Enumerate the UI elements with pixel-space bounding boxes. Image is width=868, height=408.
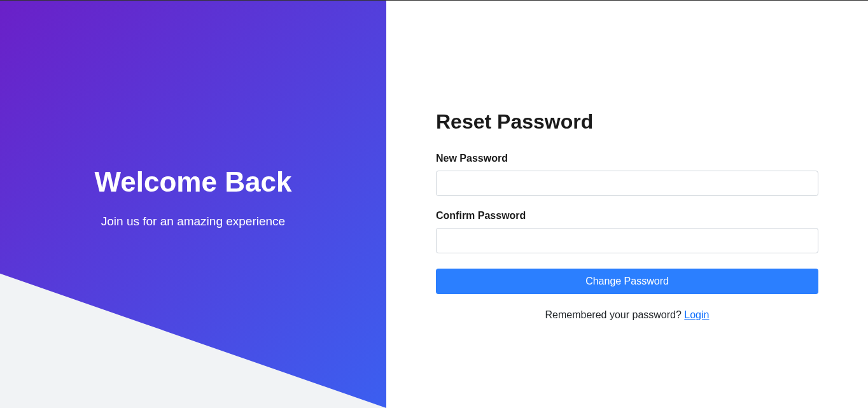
page-container: Welcome Back Join us for an amazing expe… [0,1,868,408]
welcome-title: Welcome Back [95,166,292,198]
new-password-label: New Password [436,153,818,164]
confirm-password-input[interactable] [436,228,818,253]
confirm-password-group: Confirm Password [436,210,818,253]
footer-text: Remembered your password? Login [436,309,818,321]
footer-prompt: Remembered your password? [545,309,685,320]
welcome-subtitle: Join us for an amazing experience [101,215,285,229]
change-password-button[interactable]: Change Password [436,269,818,294]
new-password-input[interactable] [436,171,818,196]
new-password-group: New Password [436,153,818,196]
login-link[interactable]: Login [684,309,709,320]
confirm-password-label: Confirm Password [436,210,818,222]
form-panel: Reset Password New Password Confirm Pass… [386,1,868,408]
welcome-content: Welcome Back Join us for an amazing expe… [0,1,386,229]
form-title: Reset Password [436,110,818,134]
welcome-panel: Welcome Back Join us for an amazing expe… [0,1,386,408]
